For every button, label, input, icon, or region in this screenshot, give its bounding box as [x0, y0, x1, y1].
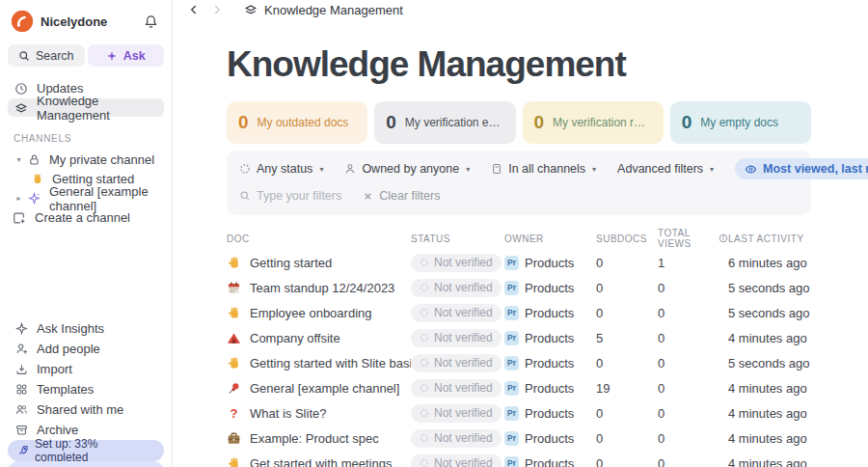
chevron-down-icon[interactable]: ▾ [14, 155, 24, 164]
workspace-name[interactable]: Nicelydone [41, 14, 141, 29]
page-title: Knowledge Management [227, 44, 811, 85]
briefcase-icon [227, 431, 241, 446]
stat-label: My empty docs [700, 116, 778, 129]
owner-cell[interactable]: Pr Products [504, 306, 596, 320]
owner-cell[interactable]: Pr Products [504, 406, 596, 421]
table-row[interactable]: Getting started with Slite basics Not ve… [227, 350, 811, 375]
stat-card[interactable]: 0 My verification expired docs [374, 101, 515, 144]
workspace-logo[interactable] [12, 11, 33, 32]
table-row[interactable]: Company offsite Not verified Pr Products… [227, 325, 811, 350]
owner-cell[interactable]: Pr Products [504, 331, 596, 345]
col-header-owner[interactable]: OWNER [504, 234, 596, 244]
advanced-filters-dropdown[interactable]: Advanced filters ▾ [617, 162, 714, 176]
col-header-total-views[interactable]: TOTAL VIEWS [658, 228, 728, 249]
forward-chevron-icon[interactable] [207, 0, 227, 19]
table-row[interactable]: Employee onboarding Not verified Pr Prod… [227, 300, 811, 325]
sidebar-footer-nav: Ask Insights Add people Import Templates… [8, 317, 164, 440]
status-cell[interactable]: Not verified [411, 454, 504, 467]
doc-title: Get started with meetings [250, 456, 392, 467]
status-filter-dropdown[interactable]: Any status ▾ [239, 162, 323, 176]
breadcrumb-label: Knowledge Management [264, 3, 403, 17]
view-filter-dropdown[interactable]: Most viewed, last month ▾ [735, 158, 868, 179]
sidebar-item-ask-insights[interactable]: Ask Insights [8, 318, 164, 338]
owner-cell[interactable]: Pr Products [504, 356, 596, 371]
bottom-banner-partial[interactable] [8, 461, 164, 467]
owner-name: Products [525, 381, 574, 396]
owner-cell[interactable]: Pr Products [504, 431, 596, 446]
subdocs-count: 0 [596, 406, 658, 421]
layers-icon [244, 3, 258, 16]
stat-card[interactable]: 0 My empty docs [670, 101, 811, 144]
doc-cell[interactable]: Employee onboarding [227, 306, 411, 320]
sidebar-item-templates[interactable]: Templates [8, 379, 164, 398]
doc-cell[interactable]: Company offsite [227, 331, 411, 345]
info-icon[interactable] [719, 234, 728, 243]
owner-cell[interactable]: Pr Products [504, 281, 596, 295]
status-badge: Not verified [411, 329, 502, 347]
col-header-status[interactable]: STATUS [411, 234, 504, 244]
type-filters-input[interactable]: Type your filters [239, 189, 341, 203]
owner-name: Products [525, 306, 574, 320]
channel-my-private-channel[interactable]: ▾ My private channel [8, 151, 164, 169]
sidebar-item-import[interactable]: Import [8, 359, 164, 378]
doc-cell[interactable]: Getting started with Slite basics [227, 356, 411, 371]
rocket-icon [17, 445, 29, 456]
breadcrumb[interactable]: Knowledge Management [244, 3, 403, 17]
table-row[interactable]: Team standup 12/24/2023 Not verified Pr … [227, 275, 811, 300]
doc-cell[interactable]: Getting started [227, 256, 411, 270]
channels-filter-dropdown[interactable]: In all channels ▾ [491, 162, 596, 176]
owner-filter-dropdown[interactable]: Owned by anyone ▾ [344, 162, 470, 176]
status-cell[interactable]: Not verified [411, 329, 504, 347]
status-label: Not verified [434, 381, 493, 395]
status-label: Not verified [434, 431, 493, 445]
chevron-right-icon[interactable]: ▸ [14, 194, 24, 203]
sidebar-item-knowledge-management[interactable]: Knowledge Management [8, 98, 164, 117]
status-cell[interactable]: Not verified [411, 404, 504, 423]
sidebar-nav: Updates Knowledge Management [8, 78, 164, 118]
wave-hand-icon [227, 356, 241, 371]
last-activity: 4 minutes ago [728, 381, 811, 396]
status-cell[interactable]: Not verified [411, 304, 504, 322]
ask-button[interactable]: Ask [88, 44, 165, 67]
doc-cell[interactable]: Example: Product spec [227, 431, 411, 446]
back-chevron-icon[interactable] [184, 0, 203, 19]
notifications-bell-icon[interactable] [141, 12, 160, 31]
sidebar-item-shared-with-me[interactable]: Shared with me [8, 399, 164, 419]
doc-cell[interactable]: ? What is Slite? [227, 406, 411, 421]
owner-avatar: Pr [504, 256, 519, 270]
owner-cell[interactable]: Pr Products [504, 256, 596, 270]
status-cell[interactable]: Not verified [411, 279, 504, 297]
total-views-count: 0 [658, 281, 728, 295]
col-header-subdocs[interactable]: SUBDOCS [596, 234, 658, 244]
doc-cell[interactable]: Get started with meetings [227, 456, 411, 467]
status-cell[interactable]: Not verified [411, 429, 504, 448]
sidebar-item-label: Archive [37, 423, 78, 437]
doc-cell[interactable]: General [example channel] [227, 381, 411, 396]
stat-card[interactable]: 0 My verification requested docs [523, 101, 664, 144]
stat-card[interactable]: 0 My outdated docs [227, 101, 367, 144]
status-cell[interactable]: Not verified [411, 379, 504, 398]
sidebar-item-label: Add people [37, 342, 100, 356]
doc-cell[interactable]: Team standup 12/24/2023 [227, 281, 411, 295]
clear-filters-button[interactable]: Clear filters [363, 189, 440, 203]
table-row[interactable]: ? What is Slite? Not verified Pr Product… [227, 400, 811, 426]
sidebar-item-add-people[interactable]: Add people [8, 339, 164, 358]
setup-progress-banner[interactable]: Set up: 33% completed [8, 440, 164, 461]
status-cell[interactable]: Not verified [411, 254, 504, 272]
col-header-doc[interactable]: DOC [227, 234, 411, 244]
channel-list: ▾ My private channel Getting started ▸ G… [8, 150, 164, 228]
sidebar-item-archive[interactable]: Archive [8, 420, 164, 439]
table-row[interactable]: General [example channel] Not verified P… [227, 375, 811, 400]
channel-general-example[interactable]: ▸ General [example channel] [8, 189, 164, 207]
owner-cell[interactable]: Pr Products [504, 381, 596, 396]
search-button[interactable]: Search [8, 44, 85, 67]
owner-cell[interactable]: Pr Products [504, 456, 596, 467]
col-header-last-activity[interactable]: LAST ACTIVITY [728, 234, 811, 244]
table-row[interactable]: Getting started Not verified Pr Products… [227, 250, 811, 275]
wave-hand-icon [227, 306, 241, 320]
table-row[interactable]: Get started with meetings Not verified P… [227, 451, 811, 467]
table-row[interactable]: Example: Product spec Not verified Pr Pr… [227, 426, 811, 451]
status-cell[interactable]: Not verified [411, 354, 504, 372]
layers-icon [14, 101, 29, 115]
app-window: Nicelydone Search Ask Updates Knowledg [0, 0, 868, 467]
